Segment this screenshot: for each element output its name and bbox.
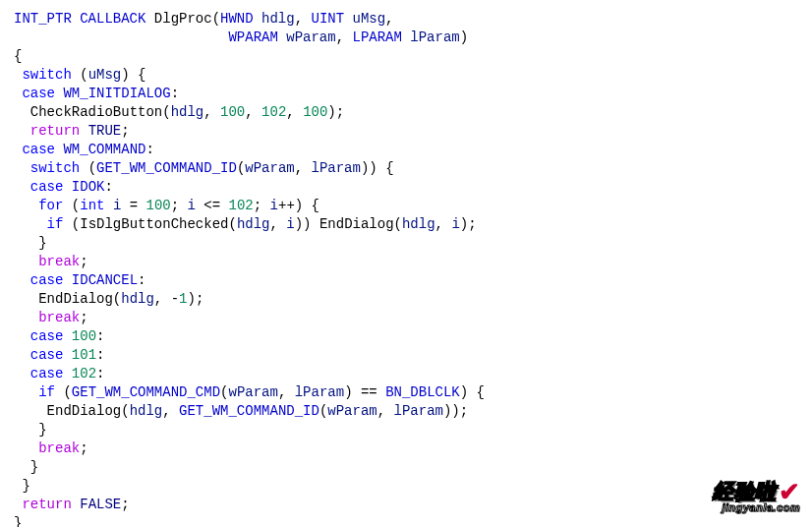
code-line: return FALSE; bbox=[14, 496, 798, 514]
code-line: case WM_COMMAND: bbox=[14, 141, 798, 159]
code-line: EndDialog(hdlg, -1); bbox=[14, 290, 798, 309]
code-line: break; bbox=[14, 439, 798, 458]
code-line: case IDCANCEL: bbox=[14, 271, 798, 290]
code-line: } bbox=[14, 421, 798, 439]
code-line: case IDOK: bbox=[14, 178, 798, 197]
code-line: switch (uMsg) { bbox=[14, 66, 798, 85]
code-line: switch (GET_WM_COMMAND_ID(wParam, lParam… bbox=[14, 159, 798, 178]
code-line: case 101: bbox=[14, 346, 798, 365]
code-line: if (IsDlgButtonChecked(hdlg, i)) EndDial… bbox=[14, 215, 798, 234]
code-line: case 102: bbox=[14, 365, 798, 383]
code-line: for (int i = 100; i <= 102; i++) { bbox=[14, 197, 798, 215]
code-line: } bbox=[14, 514, 798, 527]
code-line: return TRUE; bbox=[14, 122, 798, 141]
code-line: case 100: bbox=[14, 327, 798, 346]
code-line: } bbox=[14, 234, 798, 253]
code-line: break; bbox=[14, 309, 798, 327]
code-block: INT_PTR CALLBACK DlgProc(HWND hdlg, UINT… bbox=[0, 0, 812, 527]
code-line: } bbox=[14, 458, 798, 477]
code-line: { bbox=[14, 47, 798, 66]
code-line: WPARAM wParam, LPARAM lParam) bbox=[14, 29, 798, 47]
code-line: INT_PTR CALLBACK DlgProc(HWND hdlg, UINT… bbox=[14, 10, 798, 29]
code-line: break; bbox=[14, 253, 798, 271]
code-line: } bbox=[14, 477, 798, 496]
code-line: CheckRadioButton(hdlg, 100, 102, 100); bbox=[14, 103, 798, 122]
code-line: case WM_INITDIALOG: bbox=[14, 85, 798, 103]
code-line: if (GET_WM_COMMAND_CMD(wParam, lParam) =… bbox=[14, 383, 798, 402]
code-line: EndDialog(hdlg, GET_WM_COMMAND_ID(wParam… bbox=[14, 402, 798, 421]
